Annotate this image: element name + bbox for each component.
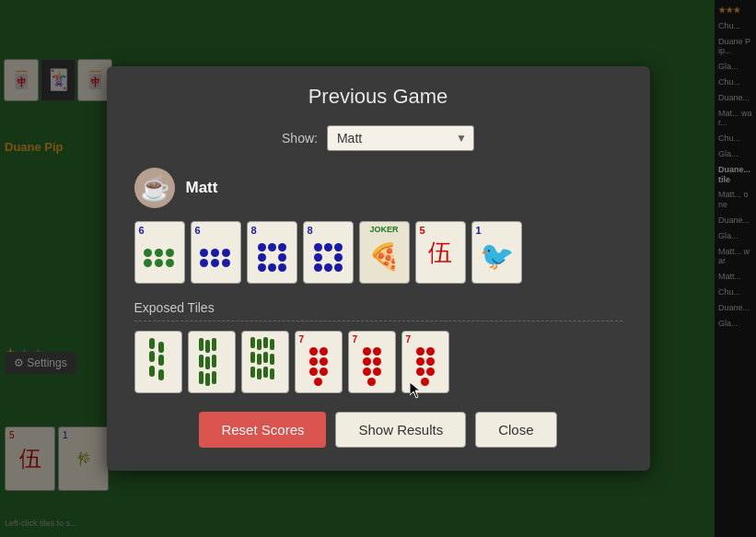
avatar: ☕ bbox=[134, 168, 175, 208]
show-results-button[interactable]: Show Results bbox=[335, 412, 466, 448]
tile-6-circle-1: 6 bbox=[134, 221, 185, 284]
svg-rect-1 bbox=[158, 342, 164, 353]
svg-rect-16 bbox=[257, 339, 262, 350]
action-buttons: Reset Scores Show Results Close bbox=[134, 412, 622, 448]
tile-dots bbox=[200, 249, 231, 267]
tile-number: 1 bbox=[476, 225, 482, 236]
svg-rect-5 bbox=[158, 369, 164, 380]
tile-character: 伍 bbox=[428, 237, 452, 269]
svg-rect-9 bbox=[199, 355, 204, 368]
tile-number: 7 bbox=[406, 334, 412, 344]
exposed-section: Exposed Tiles bbox=[134, 300, 622, 393]
bamboo-svg bbox=[245, 336, 285, 388]
tile-5-char: 5 伍 bbox=[415, 221, 466, 284]
svg-rect-7 bbox=[205, 340, 210, 353]
modal-backdrop: Previous Game Show: Matt Player 2 Player… bbox=[0, 0, 756, 537]
show-label: Show: bbox=[282, 131, 318, 146]
joker-icon: 🍕 bbox=[368, 241, 401, 272]
exposed-tile-bamboo-3 bbox=[241, 331, 289, 393]
tile-6-circle-2: 6 bbox=[191, 221, 241, 284]
svg-rect-23 bbox=[250, 367, 255, 378]
exposed-tile-bamboo-1 bbox=[134, 331, 182, 393]
svg-rect-24 bbox=[257, 368, 262, 379]
tile-dots bbox=[416, 347, 435, 386]
joker-label: JOKER bbox=[369, 225, 398, 234]
player-section: ☕ Matt bbox=[134, 168, 622, 208]
svg-rect-3 bbox=[158, 355, 164, 366]
show-row: Show: Matt Player 2 Player 3 Player 4 ▼ bbox=[134, 125, 622, 151]
tile-joker: JOKER 🍕 bbox=[359, 221, 410, 284]
tile-number: 8 bbox=[308, 225, 313, 236]
svg-rect-19 bbox=[250, 352, 255, 363]
close-button[interactable]: Close bbox=[475, 412, 556, 448]
svg-rect-2 bbox=[149, 351, 155, 362]
svg-rect-13 bbox=[205, 373, 210, 386]
player-name: Matt bbox=[186, 179, 218, 197]
svg-rect-6 bbox=[199, 338, 204, 351]
exposed-tile-7-1: 7 bbox=[295, 331, 343, 393]
tile-dots bbox=[363, 347, 381, 386]
svg-rect-18 bbox=[270, 339, 274, 350]
modal-dialog: Previous Game Show: Matt Player 2 Player… bbox=[107, 66, 650, 471]
show-select-wrapper[interactable]: Matt Player 2 Player 3 Player 4 ▼ bbox=[327, 125, 474, 151]
svg-rect-25 bbox=[263, 367, 268, 378]
tile-number: 6 bbox=[139, 225, 145, 236]
svg-rect-26 bbox=[270, 368, 274, 379]
tile-1-bamboo: 1 🐦 bbox=[471, 221, 522, 284]
avatar-icon: ☕ bbox=[140, 174, 169, 203]
exposed-tile-7-3: 7 bbox=[401, 331, 449, 393]
hand-tiles-row: 6 6 bbox=[134, 221, 622, 284]
exposed-tile-bamboo-2 bbox=[188, 331, 236, 393]
svg-rect-12 bbox=[199, 371, 204, 384]
exposed-divider bbox=[134, 321, 622, 321]
svg-rect-11 bbox=[212, 355, 216, 368]
tile-number: 6 bbox=[195, 225, 201, 236]
tile-8-circle-2: 8 bbox=[303, 221, 354, 284]
svg-rect-15 bbox=[250, 337, 255, 348]
show-select[interactable]: Matt Player 2 Player 3 Player 4 bbox=[327, 125, 474, 151]
bamboo-svg bbox=[192, 336, 232, 388]
exposed-tile-7-2: 7 bbox=[348, 331, 396, 393]
exposed-tiles-row: 7 7 bbox=[134, 331, 622, 393]
tile-8-circle-1: 8 bbox=[247, 221, 297, 284]
svg-rect-20 bbox=[257, 354, 262, 365]
tile-number: 7 bbox=[299, 334, 305, 344]
modal-title: Previous Game bbox=[134, 85, 622, 109]
svg-rect-14 bbox=[212, 371, 216, 384]
svg-rect-8 bbox=[212, 338, 216, 351]
bamboo-icon: 🐦 bbox=[480, 239, 514, 272]
svg-rect-4 bbox=[149, 366, 155, 377]
svg-rect-21 bbox=[263, 352, 268, 363]
tile-number: 7 bbox=[353, 334, 358, 344]
tile-dots bbox=[314, 243, 343, 272]
svg-rect-22 bbox=[270, 354, 274, 365]
tile-dots bbox=[258, 243, 286, 272]
tile-number: 5 bbox=[420, 225, 425, 236]
reset-scores-button[interactable]: Reset Scores bbox=[199, 412, 326, 448]
tile-number: 8 bbox=[251, 225, 257, 236]
tile-dots bbox=[144, 249, 175, 267]
svg-rect-10 bbox=[205, 356, 210, 369]
bamboo-svg bbox=[138, 336, 179, 388]
svg-rect-0 bbox=[149, 338, 155, 349]
svg-rect-17 bbox=[263, 337, 268, 348]
exposed-title: Exposed Tiles bbox=[134, 300, 622, 315]
tile-dots bbox=[309, 347, 328, 386]
